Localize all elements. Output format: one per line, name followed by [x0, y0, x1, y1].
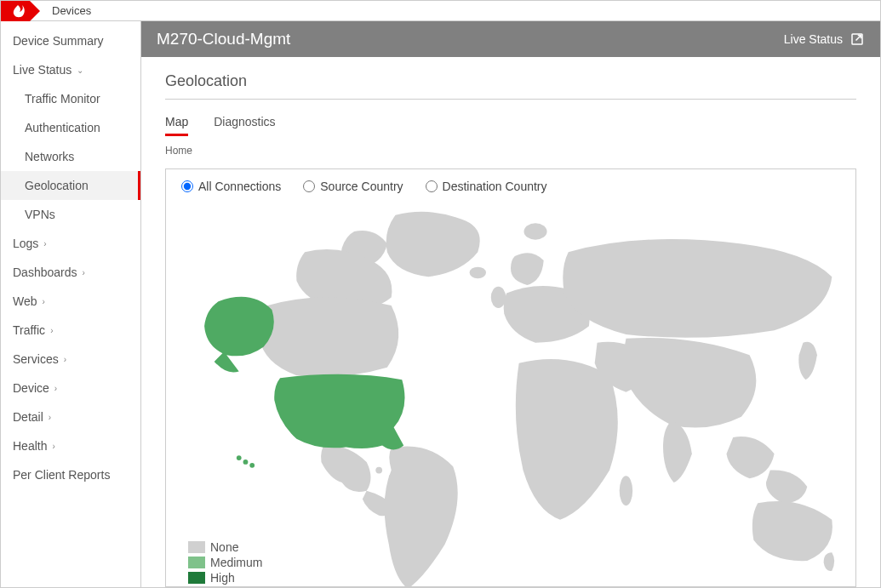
sidebar-item-geolocation[interactable]: Geolocation [1, 171, 140, 200]
sidebar-item-label: Traffic [13, 323, 45, 337]
filter-dst-label: Destination Country [443, 180, 547, 193]
chevron-right-icon: › [54, 384, 57, 393]
sidebar-item-health[interactable]: Health› [1, 431, 140, 460]
breadcrumb-home[interactable]: Home [165, 145, 856, 157]
sidebar-item-device[interactable]: Device› [1, 374, 140, 402]
legend-swatch [188, 572, 205, 584]
sidebar-item-label: Health [13, 439, 47, 453]
svg-point-5 [375, 467, 382, 474]
sidebar-item-label: Detail [13, 410, 43, 424]
world-map[interactable]: NoneMedimumHigh [181, 207, 840, 586]
legend-row-medimum: Medimum [188, 556, 262, 569]
sidebar-item-traffic-monitor[interactable]: Traffic Monitor [1, 84, 140, 113]
sidebar-item-label: Traffic Monitor [25, 92, 100, 106]
live-status-popout[interactable]: Live Status [784, 31, 865, 47]
sidebar-item-per-client-reports[interactable]: Per Client Reports [1, 460, 140, 489]
page-header: M270-Cloud-Mgmt Live Status [141, 21, 880, 57]
filter-all[interactable]: All Connections [181, 180, 281, 193]
filter-dst[interactable]: Destination Country [426, 180, 547, 193]
sidebar-item-vpns[interactable]: VPNs [1, 200, 140, 229]
map-panel: All ConnectionsSource CountryDestination… [165, 168, 856, 587]
legend-row-high: High [188, 571, 262, 585]
sidebar-item-networks[interactable]: Networks [1, 142, 140, 171]
sidebar-item-label: Authentication [25, 121, 100, 134]
sidebar-item-label: Geolocation [25, 179, 89, 192]
breadcrumb-devices[interactable]: Devices [52, 4, 91, 17]
connection-filter-group: All ConnectionsSource CountryDestination… [181, 180, 840, 193]
sidebar-item-logs[interactable]: Logs› [1, 229, 140, 258]
chevron-right-icon: › [43, 297, 45, 306]
svg-marker-0 [1, 1, 40, 21]
sidebar-item-label: Live Status [13, 63, 72, 77]
chevron-right-icon: › [52, 442, 54, 451]
sidebar-item-device-summary[interactable]: Device Summary [1, 26, 140, 55]
legend-row-none: None [188, 540, 262, 554]
legend-swatch [188, 541, 205, 553]
chevron-right-icon: › [50, 326, 53, 335]
svg-point-9 [243, 460, 249, 465]
svg-point-10 [249, 463, 255, 468]
sidebar-item-label: VPNs [25, 208, 55, 221]
sidebar-item-traffic[interactable]: Traffic› [1, 316, 140, 345]
chevron-right-icon: › [43, 239, 46, 248]
legend-label: None [210, 540, 238, 554]
legend-label: High [210, 571, 235, 585]
map-legend: NoneMedimumHigh [188, 540, 262, 586]
sidebar-item-authentication[interactable]: Authentication [1, 113, 140, 142]
legend-label: Medimum [210, 556, 262, 569]
filter-src-label: Source Country [320, 180, 403, 193]
filter-dst-radio[interactable] [426, 180, 438, 192]
sidebar-item-label: Logs [13, 237, 38, 250]
sidebar-item-label: Networks [25, 150, 74, 163]
svg-point-6 [389, 474, 394, 479]
popout-icon [850, 31, 865, 47]
breadcrumb-top[interactable]: Devices [40, 1, 91, 20]
section-title: Geolocation [165, 72, 856, 100]
sidebar-item-label: Device Summary [13, 34, 104, 48]
sidebar-item-label: Dashboards [13, 265, 77, 279]
filter-all-label: All Connections [198, 180, 281, 193]
chevron-right-icon: › [49, 413, 51, 422]
sidebar-item-detail[interactable]: Detail› [1, 402, 140, 431]
chevron-right-icon: › [64, 355, 66, 364]
tab-bar: MapDiagnostics [165, 115, 856, 136]
sidebar-item-dashboards[interactable]: Dashboards› [1, 258, 140, 287]
tab-diagnostics[interactable]: Diagnostics [214, 115, 275, 136]
filter-all-radio[interactable] [181, 180, 193, 192]
sidebar-item-web[interactable]: Web› [1, 287, 140, 316]
sidebar-item-label: Per Client Reports [13, 468, 110, 482]
sidebar-item-services[interactable]: Services› [1, 345, 140, 374]
tab-map[interactable]: Map [165, 115, 188, 136]
chevron-down-icon: ⌄ [77, 66, 83, 75]
svg-point-7 [523, 223, 546, 239]
svg-point-8 [237, 455, 242, 460]
svg-point-4 [620, 476, 632, 505]
filter-src-radio[interactable] [303, 180, 315, 192]
device-name: M270-Cloud-Mgmt [157, 30, 290, 49]
sidebar: Device SummaryLive Status⌄Traffic Monito… [1, 21, 141, 587]
chevron-right-icon: › [83, 268, 85, 277]
filter-src[interactable]: Source Country [303, 180, 403, 193]
legend-swatch [188, 557, 205, 568]
svg-point-3 [470, 267, 486, 279]
sidebar-item-live-status[interactable]: Live Status⌄ [1, 55, 140, 84]
svg-point-2 [491, 287, 506, 308]
sidebar-item-label: Device [13, 381, 49, 395]
sidebar-item-label: Web [13, 294, 37, 308]
sidebar-item-label: Services [13, 352, 59, 366]
brand-logo [1, 1, 40, 21]
live-status-label: Live Status [784, 32, 843, 46]
